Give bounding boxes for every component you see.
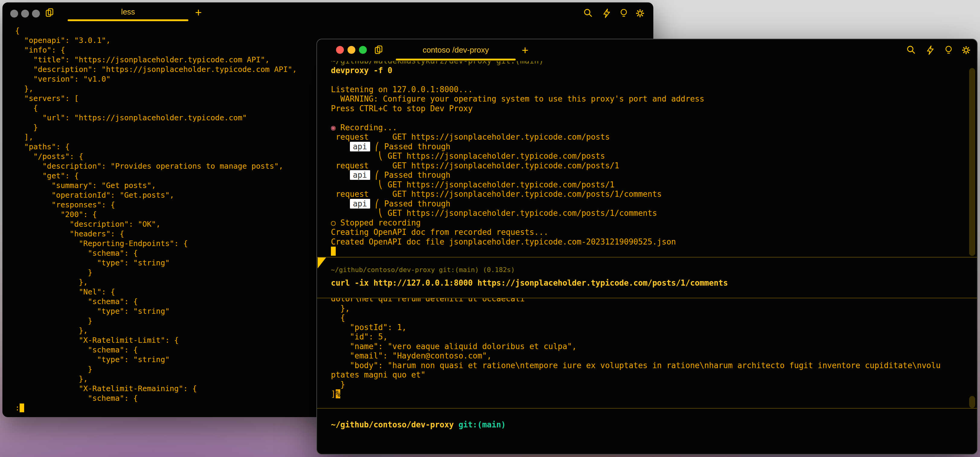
- terminal-window-devproxy: contoso /dev-proxy +: [317, 39, 978, 455]
- tab-less[interactable]: less: [68, 7, 188, 17]
- active-tab-underline: [396, 59, 515, 61]
- prompt-context-line: ~/github/contoso/dev-proxy git:(main) (0…: [331, 257, 965, 273]
- devproxy-output: ~/github/waldekmastykarz/dev-proxy git:(…: [317, 61, 977, 256]
- lightbulb-icon[interactable]: [618, 8, 629, 19]
- titlebar[interactable]: contoso /dev-proxy +: [317, 39, 977, 61]
- active-tab-underline: [68, 19, 188, 21]
- block-marker-flag: [318, 257, 326, 268]
- scrollbar-thumb-main[interactable]: [969, 68, 975, 256]
- settings-gear-icon[interactable]: [635, 8, 646, 19]
- scrollbar-thumb-curl-output[interactable]: [969, 396, 975, 408]
- minimize-button[interactable]: [21, 10, 29, 18]
- curl-command-block[interactable]: ~/github/contoso/dev-proxy git:(main) (0…: [331, 257, 965, 288]
- new-tab-button[interactable]: +: [195, 6, 202, 18]
- less-pager-content[interactable]: { "openapi": "3.0.1", "info": { "title":…: [15, 26, 297, 413]
- search-icon[interactable]: [583, 8, 593, 19]
- zoom-button[interactable]: [359, 46, 367, 54]
- prompt-path: ~/github/contoso/dev-proxy: [331, 420, 454, 429]
- prompt-git-branch: git:(main): [458, 420, 506, 429]
- tab-contoso-dev-proxy[interactable]: contoso /dev-proxy: [396, 45, 515, 55]
- devproxy-output-pane[interactable]: ~/github/waldekmastykarz/dev-proxy git:(…: [317, 61, 977, 257]
- tab-title: less: [121, 7, 135, 16]
- titlebar[interactable]: less +: [2, 2, 653, 22]
- tab-switcher-icon[interactable]: [44, 7, 55, 18]
- curl-command[interactable]: curl -ix http://127.0.0.1:8000 https://j…: [331, 278, 965, 288]
- new-tab-button[interactable]: +: [522, 45, 528, 56]
- desktop: { "colors":{ "accent":"#ffc600","amber":…: [0, 0, 980, 457]
- lightning-icon[interactable]: [925, 45, 936, 56]
- close-button[interactable]: [10, 10, 18, 18]
- search-icon[interactable]: [906, 45, 916, 56]
- tab-switcher-icon[interactable]: [373, 45, 384, 55]
- lightning-icon[interactable]: [601, 8, 612, 19]
- curl-output: dolor\net qui rerum deleniti ut occaecat…: [317, 298, 977, 399]
- close-button[interactable]: [336, 46, 344, 54]
- zoom-button[interactable]: [32, 10, 40, 18]
- shell-prompt[interactable]: ~/github/contoso/dev-proxy git:(main): [331, 408, 965, 429]
- minimize-button[interactable]: [347, 46, 355, 54]
- tab-title: contoso /dev-proxy: [423, 45, 489, 54]
- lightbulb-icon[interactable]: [943, 45, 954, 56]
- settings-gear-icon[interactable]: [961, 45, 972, 56]
- curl-output-pane[interactable]: dolor\net qui rerum deleniti ut occaecat…: [317, 298, 977, 408]
